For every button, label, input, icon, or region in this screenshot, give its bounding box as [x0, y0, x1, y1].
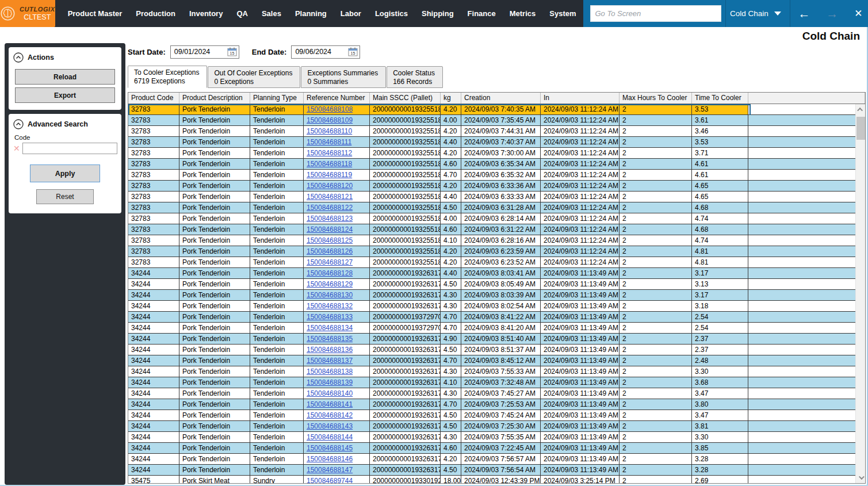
- reference-link[interactable]: 150084688120: [307, 182, 353, 190]
- menu-shipping[interactable]: Shipping: [415, 9, 461, 18]
- tab-to-cooler-exceptions[interactable]: To Cooler Exceptions6719 Exceptions: [128, 66, 207, 88]
- reference-link[interactable]: 150084688109: [307, 116, 353, 124]
- reference-link[interactable]: 150084688108: [307, 105, 353, 113]
- reference-link[interactable]: 150084688127: [307, 258, 353, 266]
- reference-link[interactable]: 150084688133: [307, 313, 353, 321]
- reference-link[interactable]: 150084688124: [307, 225, 353, 234]
- table-row[interactable]: 32783Pork TenderloinTenderloin1500846881…: [128, 246, 865, 257]
- table-row[interactable]: 34244Pork TenderloinTenderloin1500846881…: [128, 301, 865, 312]
- table-row[interactable]: 32783Pork TenderloinTenderloin1500846881…: [128, 192, 865, 202]
- table-row[interactable]: 32783Pork TenderloinTenderloin1500846881…: [128, 235, 865, 246]
- column-header-product-code[interactable]: Product Code: [128, 93, 179, 104]
- menu-product-master[interactable]: Product Master: [61, 9, 129, 18]
- table-row[interactable]: 34244Pork TenderloinTenderloin1500846881…: [128, 377, 865, 388]
- reference-link[interactable]: 150084688112: [307, 149, 352, 157]
- scrollbar-thumb[interactable]: [856, 117, 865, 140]
- table-row[interactable]: 32783Pork TenderloinTenderloin1500846881…: [128, 126, 865, 137]
- collapse-chevron-icon[interactable]: [13, 119, 24, 129]
- menu-labor[interactable]: Labor: [334, 9, 368, 18]
- reference-link[interactable]: 150084688129: [307, 280, 353, 288]
- table-row[interactable]: 34244Pork TenderloinTenderloin1500846881…: [128, 388, 865, 399]
- reference-link[interactable]: 150084688144: [307, 433, 353, 441]
- column-header-planning-type[interactable]: Planning Type: [250, 93, 304, 104]
- reference-link[interactable]: 150084688143: [307, 422, 353, 430]
- table-row[interactable]: 32783Pork TenderloinTenderloin1500846881…: [128, 148, 865, 159]
- calendar-icon[interactable]: 15: [227, 47, 237, 56]
- table-row[interactable]: 34244Pork TenderloinTenderloin1500846881…: [128, 421, 865, 432]
- table-row[interactable]: 32783Pork TenderloinTenderloin1500846881…: [128, 213, 865, 224]
- collapse-chevron-icon[interactable]: [13, 52, 24, 63]
- reference-link[interactable]: 150084688135: [307, 335, 353, 343]
- column-header-kg[interactable]: kg: [441, 93, 461, 104]
- table-row[interactable]: 34244Pork TenderloinTenderloin1500846881…: [128, 399, 865, 410]
- export-button[interactable]: Export: [15, 87, 115, 103]
- table-row[interactable]: 32783Pork TenderloinTenderloin1500846881…: [128, 104, 865, 115]
- table-row[interactable]: 34244Pork TenderloinTenderloin1500846881…: [128, 345, 865, 355]
- table-row[interactable]: 32783Pork TenderloinTenderloin1500846881…: [128, 257, 865, 268]
- table-row[interactable]: 32783Pork TenderloinTenderloin1500846881…: [128, 159, 865, 170]
- menu-production[interactable]: Production: [129, 9, 182, 18]
- menu-qa[interactable]: QA: [230, 9, 255, 18]
- column-header-reference-number[interactable]: Reference Number: [304, 93, 370, 104]
- reference-link[interactable]: 150084688138: [307, 368, 353, 376]
- reference-link[interactable]: 150084688121: [307, 193, 353, 201]
- table-row[interactable]: 34244Pork TenderloinTenderloin1500846881…: [128, 432, 865, 443]
- end-date-input[interactable]: [295, 48, 348, 56]
- table-row[interactable]: 35475Pork Skirt MeatSundry15008468974420…: [128, 476, 865, 484]
- menu-metrics[interactable]: Metrics: [503, 9, 543, 18]
- menu-inventory[interactable]: Inventory: [182, 9, 230, 18]
- menu-finance[interactable]: Finance: [461, 9, 503, 18]
- table-row[interactable]: 34244Pork TenderloinTenderloin1500846881…: [128, 312, 865, 323]
- reference-link[interactable]: 150084688119: [307, 171, 352, 179]
- menu-planning[interactable]: Planning: [288, 9, 334, 18]
- table-row[interactable]: 34244Pork TenderloinTenderloin1500846881…: [128, 355, 865, 366]
- reference-link[interactable]: 150084688125: [307, 236, 353, 244]
- code-input[interactable]: [22, 143, 117, 154]
- reset-button[interactable]: Reset: [36, 189, 94, 204]
- table-row[interactable]: 34244Pork TenderloinTenderloin1500846881…: [128, 366, 865, 377]
- reference-link[interactable]: 150084688128: [307, 269, 353, 277]
- tab-out-of-cooler-exceptions[interactable]: Out Of Cooler Exceptions0 Exceptions: [208, 66, 300, 88]
- close-icon[interactable]: ✕: [854, 7, 862, 20]
- forward-arrow-icon[interactable]: →: [826, 7, 838, 20]
- reference-link[interactable]: 150084688130: [307, 291, 353, 299]
- reference-link[interactable]: 150084688122: [307, 204, 353, 212]
- reference-link[interactable]: 150084688137: [307, 357, 353, 365]
- reference-link[interactable]: 150084688139: [307, 378, 353, 386]
- menu-logistics[interactable]: Logistics: [368, 9, 415, 18]
- column-header-time-to-cooler[interactable]: Time To Cooler: [692, 93, 748, 104]
- table-row[interactable]: 34244Pork TenderloinTenderloin1500846881…: [128, 290, 865, 301]
- table-row[interactable]: 34244Pork TenderloinTenderloin1500846881…: [128, 443, 865, 454]
- table-row[interactable]: 34244Pork TenderloinTenderloin1500846881…: [128, 410, 865, 421]
- table-row[interactable]: 32783Pork TenderloinTenderloin1500846881…: [128, 170, 865, 181]
- scroll-down-icon[interactable]: [856, 473, 866, 483]
- actions-panel-header[interactable]: Actions: [13, 51, 117, 66]
- reference-link[interactable]: 150084688146: [307, 455, 353, 463]
- apply-button[interactable]: Apply: [30, 164, 100, 182]
- reference-link[interactable]: 150084688134: [307, 324, 353, 332]
- table-row[interactable]: 32783Pork TenderloinTenderloin1500846881…: [128, 181, 865, 192]
- column-header-creation[interactable]: Creation: [461, 93, 541, 104]
- table-row[interactable]: 34244Pork TenderloinTenderloin1500846881…: [128, 268, 865, 279]
- app-logo[interactable]: CUTLOGIX CLTEST: [0, 0, 55, 27]
- table-row[interactable]: 34244Pork TenderloinTenderloin1500846881…: [128, 334, 865, 345]
- table-row[interactable]: 34244Pork TenderloinTenderloin1500846881…: [128, 279, 865, 290]
- table-row[interactable]: 32783Pork TenderloinTenderloin1500846881…: [128, 202, 865, 213]
- reference-link[interactable]: 150084688147: [307, 466, 353, 474]
- table-row[interactable]: 34244Pork TenderloinTenderloin1500846881…: [128, 323, 865, 334]
- reference-link[interactable]: 150084688142: [307, 411, 353, 419]
- column-header-in[interactable]: In: [541, 93, 620, 104]
- vertical-scrollbar[interactable]: [855, 104, 865, 483]
- reference-link[interactable]: 150084688140: [307, 389, 353, 397]
- reference-link[interactable]: 150084688136: [307, 346, 353, 354]
- table-row[interactable]: 34244Pork TenderloinTenderloin1500846881…: [128, 465, 865, 476]
- tab-exceptions-summaries[interactable]: Exceptions Summaries0 Summaries: [301, 66, 386, 88]
- reference-link[interactable]: 150084688132: [307, 302, 353, 310]
- reference-link[interactable]: 150084688141: [307, 400, 353, 408]
- table-row[interactable]: 32783Pork TenderloinTenderloin1500846881…: [128, 137, 865, 148]
- column-header-main-sscc-pallet[interactable]: Main SSCC (Pallet): [370, 93, 441, 104]
- scroll-up-icon[interactable]: [856, 105, 866, 114]
- table-row[interactable]: 32783Pork TenderloinTenderloin1500846881…: [128, 224, 865, 235]
- column-header-product-description[interactable]: Product Description: [179, 93, 250, 104]
- tab-cooler-status[interactable]: Cooler Status166 Records: [387, 66, 443, 88]
